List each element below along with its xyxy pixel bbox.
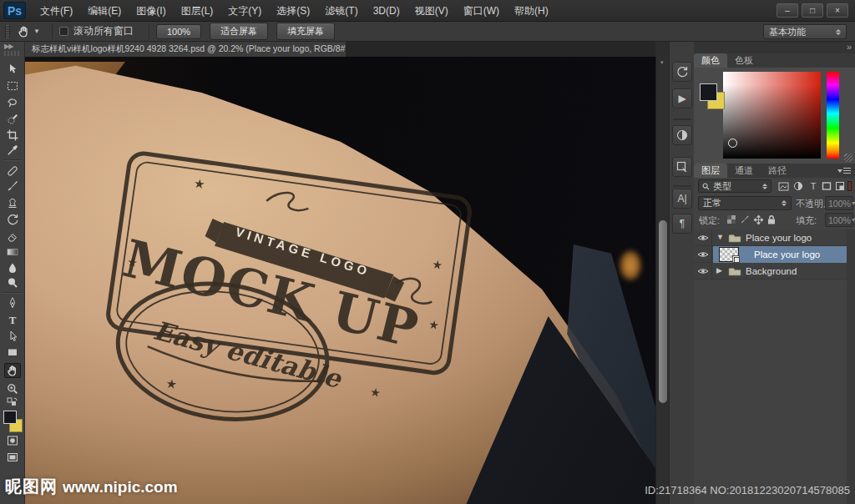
rectangle-tool-button[interactable]: [4, 345, 21, 360]
blur-tool-button[interactable]: [4, 260, 21, 275]
minimize-button[interactable]: –: [777, 3, 798, 18]
type-filter-icon[interactable]: T: [807, 180, 819, 192]
move-tool-button[interactable]: [4, 62, 21, 77]
eraser-tool-button[interactable]: [4, 229, 21, 244]
lock-position-icon[interactable]: [752, 214, 764, 225]
foreground-color-swatch[interactable]: [700, 83, 717, 101]
foreground-color-swatch[interactable]: [3, 411, 17, 424]
document-tab[interactable]: 标志样机vi样机logo样机9240 4928 3264.psd @ 20.2%…: [25, 42, 347, 57]
pen-tool-button[interactable]: [4, 295, 21, 310]
screen-mode-button[interactable]: [4, 450, 21, 465]
scrollbar-thumb[interactable]: [659, 220, 667, 403]
expand-caret-icon[interactable]: ▼: [716, 233, 724, 241]
layer-thumbnail[interactable]: [719, 247, 739, 262]
workspace-switcher[interactable]: 基本功能: [763, 24, 847, 39]
smart-object-filter-icon[interactable]: [834, 180, 846, 192]
fill-screen-button[interactable]: 填充屏幕: [276, 23, 335, 40]
tab-channels[interactable]: 通道: [727, 164, 761, 178]
quick-mask-button[interactable]: [4, 433, 21, 448]
crop-tool-button[interactable]: [4, 128, 21, 143]
tab-color[interactable]: 颜色: [694, 53, 727, 68]
visibility-cell[interactable]: [694, 263, 712, 280]
menu-image[interactable]: 图像(I): [129, 0, 173, 22]
select-spinner-icon: [762, 184, 767, 189]
healing-brush-tool-button[interactable]: [4, 164, 21, 179]
menu-file[interactable]: 文件(F): [33, 0, 80, 22]
star-icon: ★: [193, 176, 206, 192]
eyedropper-tool-button[interactable]: [4, 143, 21, 158]
lasso-tool-button[interactable]: [4, 95, 21, 110]
properties-panel-icon[interactable]: [672, 157, 692, 177]
hue-ramp[interactable]: [827, 72, 839, 159]
path-select-tool-button[interactable]: [4, 329, 21, 344]
actions-panel-icon[interactable]: ▶: [672, 88, 692, 108]
adjustment-filter-icon[interactable]: [792, 180, 804, 192]
layer-filter-row: 类型 T: [694, 178, 855, 194]
layer-row-group[interactable]: ▼ Place your logo: [694, 229, 855, 246]
gradient-tool-button[interactable]: [4, 244, 21, 260]
swap-colors-icon[interactable]: [4, 396, 21, 408]
menu-filter[interactable]: 滤镜(T): [317, 0, 365, 22]
shape-filter-icon[interactable]: [821, 180, 832, 192]
toolbar-collapse-icon[interactable]: ▶▶: [4, 43, 13, 50]
panel-resize-grip[interactable]: [844, 154, 852, 162]
clone-stamp-tool-button[interactable]: [4, 195, 21, 210]
dodge-tool-button[interactable]: [4, 275, 21, 290]
menu-type[interactable]: 文字(Y): [220, 0, 269, 22]
menu-layer[interactable]: 图层(L): [174, 0, 221, 22]
visibility-cell[interactable]: [694, 246, 712, 263]
zoom-tool-button[interactable]: [4, 381, 21, 396]
adjustments-panel-icon[interactable]: [672, 125, 692, 145]
opacity-value-box[interactable]: 100%▼: [825, 196, 853, 210]
hand-tool-button[interactable]: [4, 363, 21, 378]
lock-all-icon[interactable]: [766, 214, 777, 225]
color-picker-cursor[interactable]: [728, 139, 737, 148]
visibility-cell[interactable]: [694, 229, 712, 246]
layer-row-background[interactable]: ▶ Background: [694, 263, 855, 280]
layer-name: Background: [746, 266, 797, 276]
tab-layers[interactable]: 图层: [694, 164, 727, 178]
zoom-100-button[interactable]: 100%: [156, 24, 201, 39]
expand-caret-icon[interactable]: ▶: [716, 266, 722, 275]
fill-value-box[interactable]: 100%▼: [825, 213, 853, 227]
filter-type-select[interactable]: 类型: [698, 179, 772, 193]
history-panel-icon[interactable]: [672, 62, 692, 82]
scroll-all-windows-checkbox[interactable]: [59, 27, 68, 36]
menu-help[interactable]: 帮助(H): [507, 0, 556, 22]
collapse-panels-icon[interactable]: »: [847, 42, 850, 52]
saturation-brightness-field[interactable]: [723, 72, 821, 159]
type-tool-button[interactable]: T: [4, 312, 21, 327]
vintage-logo-badge: ★ ★ ★ ★ ★ ★ VINTAGE LOGO MOCK UP Easy ed…: [81, 137, 499, 463]
pixel-filter-icon[interactable]: [777, 180, 789, 192]
fit-screen-button[interactable]: 适合屏幕: [210, 23, 268, 40]
panel-menu-icon[interactable]: [837, 167, 851, 175]
star-icon: ★: [428, 317, 440, 332]
filter-on-toggle[interactable]: [847, 181, 852, 191]
eye-icon: [697, 250, 709, 259]
menu-edit[interactable]: 编辑(E): [80, 0, 129, 22]
lock-transparent-icon[interactable]: [726, 214, 737, 225]
folder-open-icon: [728, 233, 741, 243]
layer-row-selected[interactable]: Place your logo: [694, 246, 855, 263]
history-brush-tool-button[interactable]: [4, 212, 21, 227]
menu-3d[interactable]: 3D(D): [366, 0, 407, 22]
canvas-vertical-scrollbar[interactable]: ▾: [655, 57, 669, 504]
blend-mode-select[interactable]: 正常: [698, 196, 792, 210]
canvas-area[interactable]: ★ ★ ★ ★ ★ ★ VINTAGE LOGO MOCK UP Easy ed…: [25, 57, 655, 504]
toolbar-grip[interactable]: [4, 51, 21, 56]
tab-paths[interactable]: 路径: [761, 164, 794, 178]
marquee-tool-button[interactable]: [4, 78, 21, 93]
maximize-button[interactable]: □: [802, 3, 823, 18]
tool-preset-caret-icon[interactable]: ▼: [33, 28, 40, 35]
character-panel-icon[interactable]: A|: [672, 189, 692, 209]
menu-window[interactable]: 窗口(W): [456, 0, 507, 22]
divider: [149, 24, 149, 39]
tab-swatches[interactable]: 色板: [727, 53, 761, 68]
paragraph-panel-icon[interactable]: ¶: [672, 214, 692, 234]
quick-select-tool-button[interactable]: [4, 112, 21, 127]
menu-view[interactable]: 视图(V): [407, 0, 456, 22]
brush-tool-button[interactable]: [4, 179, 21, 194]
lock-pixels-icon[interactable]: [739, 214, 751, 225]
menu-select[interactable]: 选择(S): [269, 0, 317, 22]
close-button[interactable]: ×: [827, 3, 848, 18]
